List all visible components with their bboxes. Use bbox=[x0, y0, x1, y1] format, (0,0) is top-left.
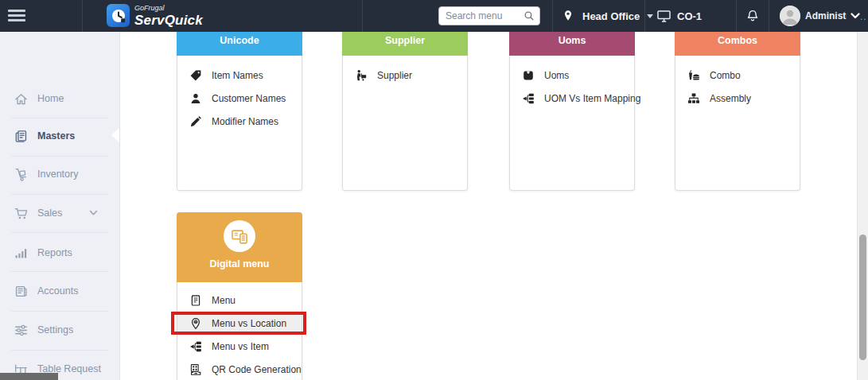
user-avatar bbox=[780, 6, 800, 26]
notifications-button[interactable] bbox=[745, 0, 760, 32]
sidebar-item-label: Accounts bbox=[37, 285, 78, 297]
location-pin-icon bbox=[562, 9, 574, 23]
sidebar-item-label: Sales bbox=[37, 207, 62, 219]
search-menu-box bbox=[438, 6, 540, 25]
sidebar-divider bbox=[11, 271, 108, 272]
menu-item-qr-code-generation[interactable]: QR Code Generation bbox=[177, 358, 302, 380]
sidebar-item-reports[interactable]: Reports bbox=[0, 242, 119, 263]
menu-item-menu-vs-item[interactable]: Menu vs Item bbox=[177, 335, 302, 358]
menu-notepad-icon bbox=[189, 294, 202, 307]
sidebar-item-label: Home bbox=[37, 93, 64, 104]
location-selector[interactable]: Head Office bbox=[562, 0, 653, 32]
reports-bar-chart-icon bbox=[14, 246, 28, 260]
card-digital-menu-title: Digital menu bbox=[177, 258, 302, 269]
masters-icon bbox=[14, 130, 28, 143]
menu-item-label: Supplier bbox=[377, 70, 412, 81]
mapping-icon bbox=[189, 340, 202, 353]
sidebar-item-inventory[interactable]: Inventory bbox=[0, 164, 119, 184]
topbar-divider bbox=[362, 0, 363, 32]
card-supplier-header: Supplier bbox=[342, 31, 468, 56]
card-digital-menu: Digital menu Menu Menu vs Location Menu … bbox=[177, 212, 302, 380]
sidebar-divider bbox=[11, 232, 108, 233]
settings-sliders-icon bbox=[14, 324, 28, 337]
sidebar-nav: Home Masters Inventory Sales Reports bbox=[0, 32, 120, 380]
tag-icon bbox=[189, 69, 202, 82]
digital-menu-icon bbox=[224, 220, 255, 252]
sidebar-item-accounts[interactable]: Accounts bbox=[0, 281, 119, 301]
terminal-label: CO-1 bbox=[677, 10, 702, 22]
card-combos: Combos Combo Assembly bbox=[675, 32, 800, 191]
app-logo[interactable]: GoFrugal ServQuick bbox=[107, 4, 203, 27]
sidebar-item-label: Inventory bbox=[37, 169, 78, 180]
card-unicode: Unicode Item Names Customer Names Modifi… bbox=[177, 32, 302, 191]
terminal-monitor-icon bbox=[656, 10, 671, 23]
card-uoms: Uoms Uoms UOM Vs Item Mapping bbox=[509, 32, 635, 191]
vertical-scrollbar-thumb[interactable] bbox=[859, 235, 866, 360]
sales-cart-icon bbox=[14, 207, 28, 220]
topbar-overflow-indicator: .. bbox=[860, 11, 867, 22]
location-label: Head Office bbox=[582, 10, 640, 22]
assembly-sitemap-icon bbox=[687, 92, 700, 105]
topbar-divider bbox=[82, 0, 83, 32]
sidebar-item-label: Settings bbox=[37, 324, 73, 335]
topbar-divider bbox=[769, 0, 769, 32]
card-supplier: Supplier Supplier bbox=[342, 32, 468, 191]
sidebar-item-label: Reports bbox=[37, 247, 72, 258]
sidebar-divider bbox=[11, 350, 108, 351]
menu-item-label: Menu vs Location bbox=[212, 318, 286, 329]
menu-item-modifier-names[interactable]: Modifier Names bbox=[177, 110, 302, 133]
menu-item-menu-vs-location[interactable]: Menu vs Location bbox=[177, 312, 302, 335]
user-menu[interactable]: Administra... bbox=[780, 0, 860, 32]
vertical-scrollbar-track[interactable] bbox=[857, 32, 868, 380]
person-icon bbox=[189, 92, 202, 105]
menu-item-item-names[interactable]: Item Names bbox=[177, 64, 302, 87]
menu-item-uoms[interactable]: Uoms bbox=[510, 64, 634, 87]
card-unicode-header: Unicode bbox=[177, 31, 302, 56]
sidebar-divider bbox=[11, 194, 108, 195]
sidebar-footer-partial bbox=[0, 373, 58, 380]
sidebar-item-label: Masters bbox=[37, 130, 75, 142]
sidebar-divider bbox=[11, 156, 108, 157]
qr-code-icon bbox=[189, 363, 202, 376]
menu-item-label: Menu vs Item bbox=[212, 341, 269, 352]
sidebar-item-masters[interactable]: Masters bbox=[0, 126, 119, 146]
card-digital-menu-header: Digital menu bbox=[177, 212, 302, 282]
menu-item-customer-names[interactable]: Customer Names bbox=[177, 87, 302, 110]
brand-small-text: GoFrugal bbox=[134, 5, 203, 12]
search-icon[interactable] bbox=[524, 10, 535, 21]
sidebar-item-settings[interactable]: Settings bbox=[0, 320, 119, 340]
home-icon bbox=[14, 92, 28, 106]
menu-location-pin-icon bbox=[189, 317, 202, 330]
terminal-selector[interactable]: CO-1 bbox=[656, 0, 702, 32]
card-combos-header: Combos bbox=[675, 31, 800, 56]
menu-item-menu[interactable]: Menu bbox=[177, 289, 302, 312]
weighing-scale-icon bbox=[522, 69, 535, 82]
brand-large-text: ServQuick bbox=[134, 14, 203, 27]
menu-item-uom-vs-item-mapping[interactable]: UOM Vs Item Mapping bbox=[510, 87, 634, 110]
servquick-clock-icon bbox=[107, 4, 130, 27]
menu-item-label: Assembly bbox=[710, 93, 751, 104]
topbar-divider bbox=[552, 0, 553, 32]
menu-item-label: Customer Names bbox=[212, 93, 286, 104]
bell-icon bbox=[745, 9, 760, 24]
search-input[interactable] bbox=[439, 10, 524, 21]
location-caret-down-icon bbox=[647, 14, 653, 18]
active-item-notch bbox=[111, 128, 119, 142]
menu-item-supplier[interactable]: Supplier bbox=[343, 64, 467, 87]
sidebar-item-home[interactable]: Home bbox=[0, 88, 119, 109]
user-name-label: Administra... bbox=[805, 10, 847, 21]
sales-chevron-down-icon bbox=[89, 210, 98, 216]
user-chevron-down-icon bbox=[850, 13, 860, 19]
inventory-icon bbox=[14, 168, 28, 181]
menu-item-combo[interactable]: Combo bbox=[675, 64, 800, 87]
hamburger-menu-icon[interactable] bbox=[8, 10, 25, 22]
menu-item-label: Combo bbox=[710, 70, 741, 81]
sidebar-divider bbox=[11, 311, 108, 312]
menu-item-label: QR Code Generation bbox=[212, 364, 302, 375]
topbar-divider bbox=[736, 0, 737, 32]
card-uoms-header: Uoms bbox=[509, 31, 635, 56]
sidebar-item-sales[interactable]: Sales bbox=[0, 203, 119, 223]
combo-meal-icon bbox=[687, 69, 700, 82]
menu-item-assembly[interactable]: Assembly bbox=[675, 87, 800, 110]
menu-item-label: Menu bbox=[212, 295, 235, 306]
